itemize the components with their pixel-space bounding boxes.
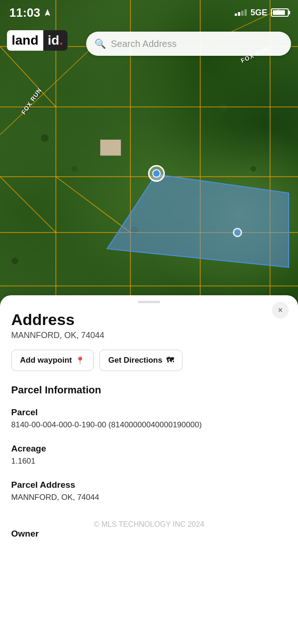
logo-id: id. <box>43 30 68 51</box>
action-buttons: Add waypoint 📍 Get Directions 🗺 <box>11 350 287 371</box>
add-waypoint-label: Add waypoint <box>20 356 72 365</box>
get-directions-button[interactable]: Get Directions 🗺 <box>99 350 182 371</box>
location-pin-inner <box>152 169 161 178</box>
close-button[interactable]: × <box>272 302 289 319</box>
logo-land: land <box>7 30 43 51</box>
parcel-field: Parcel 8140-00-004-000-0-190-00 (8140000… <box>11 407 287 431</box>
time-display: 11:03 <box>9 6 41 20</box>
acreage-field: Acreage 1.1601 <box>11 444 287 467</box>
owner-label: Owner <box>11 529 287 539</box>
signal-bar-3 <box>241 11 244 16</box>
status-time: 11:03 <box>9 6 52 20</box>
sheet-handle <box>138 301 160 303</box>
parcel-value: 8140-00-004-000-0-190-00 (81400000040000… <box>11 419 287 431</box>
waypoint-icon: 📍 <box>75 356 85 365</box>
svg-line-11 <box>0 177 56 232</box>
address-value: MANNFORD, OK, 74044 <box>11 331 287 340</box>
logo-dot: . <box>59 33 63 47</box>
parcel-label: Parcel <box>11 407 287 418</box>
svg-line-12 <box>0 46 93 135</box>
acreage-label: Acreage <box>11 444 287 454</box>
status-bar: 11:03 5GE <box>0 0 298 25</box>
signal-bar-4 <box>244 9 247 16</box>
building-structure <box>100 139 121 156</box>
search-icon: 🔍 <box>95 38 106 49</box>
copyright: © MLS TECHNOLOGY INC 2024 <box>11 516 287 529</box>
search-placeholder: Search Address <box>111 39 176 49</box>
location-dot-secondary <box>233 228 242 237</box>
network-label: 5GE <box>251 8 267 18</box>
svg-line-10 <box>56 177 130 232</box>
logo-area[interactable]: land id. <box>7 30 68 51</box>
bottom-sheet: × Address MANNFORD, OK, 74044 Add waypoi… <box>0 295 298 644</box>
parcel-info-title: Parcel Information <box>11 384 287 396</box>
search-bar[interactable]: 🔍 Search Address <box>86 32 291 56</box>
navigation-icon <box>43 8 52 17</box>
location-pin <box>148 165 165 182</box>
logo-id-text: id <box>48 33 60 47</box>
battery-fill <box>273 10 285 15</box>
signal-bar-2 <box>238 12 240 16</box>
address-title: Address <box>11 311 287 329</box>
owner-field: Owner <box>11 529 287 539</box>
signal-bars <box>235 9 247 16</box>
add-waypoint-button[interactable]: Add waypoint 📍 <box>11 350 94 371</box>
svg-line-9 <box>0 46 56 107</box>
signal-bar-1 <box>235 13 237 16</box>
location-pin-outer <box>148 165 165 182</box>
parcel-address-value: MANNFORD, OK, 74044 <box>11 492 287 503</box>
acreage-value: 1.1601 <box>11 456 287 467</box>
directions-icon: 🗺 <box>166 356 174 365</box>
battery-indicator <box>271 8 289 17</box>
parcel-address-field: Parcel Address MANNFORD, OK, 74044 <box>11 480 287 503</box>
svg-marker-14 <box>107 174 289 267</box>
get-directions-label: Get Directions <box>108 356 162 365</box>
status-right: 5GE <box>235 8 289 18</box>
parcel-address-label: Parcel Address <box>11 480 287 490</box>
